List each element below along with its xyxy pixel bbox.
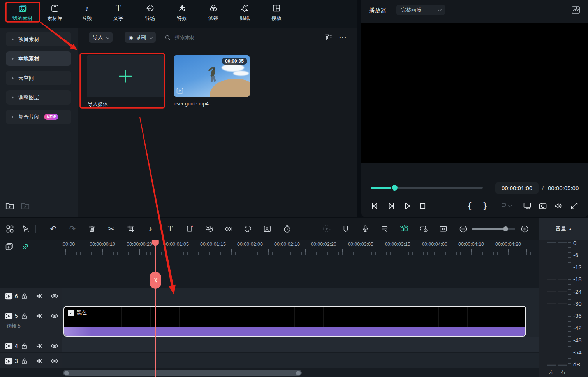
portrait-button[interactable] <box>262 223 273 234</box>
record-button[interactable]: ◉ 录制 <box>125 32 156 43</box>
redo-button[interactable]: ↷ <box>67 223 78 234</box>
zoom-slider-knob[interactable] <box>503 226 508 231</box>
lock-track-button[interactable] <box>19 341 29 351</box>
filter-button[interactable] <box>323 32 333 42</box>
add-track-button[interactable] <box>5 242 14 251</box>
quick-split-mode-button[interactable] <box>399 223 410 234</box>
tab-my-media[interactable]: 我的素材 <box>6 3 39 26</box>
undo-icon: ↶ <box>50 225 57 233</box>
snapshot-button[interactable] <box>537 200 548 211</box>
hide-track-button[interactable] <box>50 356 59 366</box>
add-folder-button[interactable] <box>5 201 15 211</box>
playhead-split-button[interactable]: ✂ <box>150 272 161 289</box>
mark-out-button[interactable]: } <box>480 200 491 211</box>
mute-track-button[interactable] <box>35 311 44 321</box>
text-tool-icon: T <box>168 225 173 233</box>
templates-icon <box>271 3 282 13</box>
text-tool-button[interactable]: T <box>165 223 176 234</box>
render-preview-button[interactable] <box>321 223 332 234</box>
lock-track-button[interactable] <box>19 291 29 301</box>
track-lane-3[interactable] <box>62 353 539 368</box>
quality-dropdown[interactable]: 完整画质 <box>396 5 445 15</box>
more-options-button[interactable]: ··· <box>338 32 348 42</box>
play-button[interactable] <box>401 200 412 211</box>
crop-button[interactable] <box>125 223 136 234</box>
color-button[interactable] <box>242 223 253 234</box>
undo-button[interactable]: ↶ <box>48 223 59 234</box>
scrollbar-left-handle[interactable] <box>64 371 69 375</box>
sidebar-item-compound-clip[interactable]: 复合片段 NEW <box>6 110 71 124</box>
fullscreen-button[interactable] <box>569 200 580 211</box>
link-clips-button[interactable] <box>21 242 30 251</box>
quick-split-icon <box>400 224 409 233</box>
seek-slider[interactable] <box>371 187 483 189</box>
record-voiceover-button[interactable] <box>360 223 371 234</box>
search-input[interactable]: 搜索素材 <box>164 32 312 43</box>
sidebar-item-project-media[interactable]: 项目素材 <box>6 32 71 46</box>
preview-range-button[interactable] <box>495 200 514 211</box>
mute-track-button[interactable] <box>35 341 44 351</box>
sidebar-item-adjustment-layer[interactable]: 调整图层 <box>6 90 71 105</box>
tab-filters[interactable]: 滤镜 <box>197 3 230 26</box>
video-thumbnail[interactable]: 00:00:05 <box>174 55 250 97</box>
audio-mixer-button[interactable] <box>379 223 390 234</box>
mute-track-button[interactable] <box>35 356 44 366</box>
microphone-icon <box>361 224 370 233</box>
hide-track-button[interactable] <box>50 311 59 321</box>
volume-title: 音量 <box>555 225 566 232</box>
sidebar-item-local-media[interactable]: 本地素材 <box>6 51 71 66</box>
stop-button[interactable] <box>417 200 428 211</box>
speed-button[interactable] <box>282 223 292 234</box>
sidebar-item-cloud-space[interactable]: 云空间 <box>6 71 71 85</box>
split-button[interactable]: ✂ <box>106 223 117 234</box>
mark-in-button[interactable]: { <box>464 200 475 211</box>
tab-templates[interactable]: 模板 <box>260 3 293 26</box>
media-view-button[interactable] <box>4 223 15 234</box>
clip-duration-button[interactable] <box>418 223 429 234</box>
volume-header[interactable]: 音量 ▲ <box>539 218 588 240</box>
mute-button[interactable] <box>553 200 564 211</box>
tab-text[interactable]: T 文字 <box>102 3 135 26</box>
keyframe-button[interactable] <box>223 223 234 234</box>
lock-track-button[interactable] <box>19 311 29 321</box>
delete-button[interactable] <box>86 223 97 234</box>
search-icon <box>164 34 171 41</box>
track-lane-6[interactable] <box>62 288 539 305</box>
hide-track-button[interactable] <box>50 341 59 351</box>
tab-media-library[interactable]: 素材库 <box>39 3 71 26</box>
mute-track-button[interactable] <box>35 291 44 301</box>
timeline-zoom-slider[interactable] <box>472 228 515 230</box>
zoom-out-button[interactable] <box>458 223 468 234</box>
tab-stickers[interactable]: 贴纸 <box>229 3 261 26</box>
film-track-icon <box>4 357 13 366</box>
select-tool-button[interactable] <box>20 223 31 234</box>
video-preview[interactable] <box>361 23 588 163</box>
track-lane-4[interactable] <box>62 337 539 352</box>
import-button[interactable]: 导入 <box>89 32 113 43</box>
tab-effects[interactable]: 特效 <box>165 3 198 26</box>
delete-folder-button[interactable] <box>20 201 30 211</box>
timeline-body[interactable]: 00:00:00 00:00:00:10 00:00:00:20 00:00:0… <box>62 240 539 377</box>
volume-meter-right <box>558 242 567 366</box>
mask-button[interactable] <box>184 223 195 234</box>
lock-track-button[interactable] <box>19 356 29 366</box>
next-frame-button[interactable] <box>386 200 396 211</box>
timeline-clip-black[interactable]: 黑色 <box>63 306 526 337</box>
seek-knob[interactable] <box>392 185 398 191</box>
tab-transitions[interactable]: 转场 <box>134 3 166 26</box>
speech-to-text-button[interactable] <box>204 223 215 234</box>
horizontal-scrollbar[interactable] <box>63 370 302 376</box>
import-media-tile[interactable] <box>87 55 164 97</box>
zoom-in-button[interactable] <box>519 223 530 234</box>
scope-button[interactable] <box>570 5 581 15</box>
fit-timeline-button[interactable] <box>438 223 449 234</box>
marker-button[interactable] <box>340 223 351 234</box>
display-device-button[interactable] <box>522 200 533 211</box>
hide-track-button[interactable] <box>50 291 59 301</box>
previous-frame-button[interactable] <box>369 200 380 211</box>
tab-audio[interactable]: ♪ 音频 <box>70 3 103 26</box>
playhead-line[interactable] <box>155 245 156 377</box>
detach-audio-button[interactable]: ♪ <box>145 223 156 234</box>
playhead-marker[interactable] <box>151 240 160 248</box>
scrollbar-right-handle[interactable] <box>296 371 301 375</box>
